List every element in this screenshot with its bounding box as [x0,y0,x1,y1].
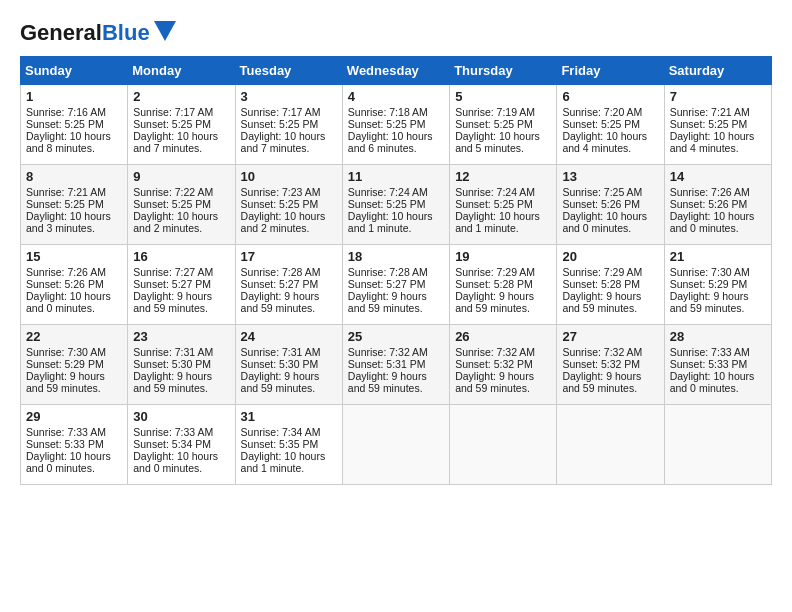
day-number: 7 [670,89,766,104]
calendar-cell [450,405,557,485]
sunrise: Sunrise: 7:26 AM [670,186,750,198]
day-number: 25 [348,329,444,344]
daylight: Daylight: 9 hours and 59 minutes. [133,290,212,314]
day-number: 15 [26,249,122,264]
sunrise: Sunrise: 7:24 AM [455,186,535,198]
sunset: Sunset: 5:25 PM [241,198,319,210]
daylight: Daylight: 9 hours and 59 minutes. [348,290,427,314]
daylight: Daylight: 10 hours and 2 minutes. [133,210,218,234]
calendar-cell: 10 Sunrise: 7:23 AM Sunset: 5:25 PM Dayl… [235,165,342,245]
day-number: 10 [241,169,337,184]
calendar-cell: 11 Sunrise: 7:24 AM Sunset: 5:25 PM Dayl… [342,165,449,245]
daylight: Daylight: 10 hours and 4 minutes. [670,130,755,154]
daylight: Daylight: 10 hours and 8 minutes. [26,130,111,154]
logo-arrow-icon [154,21,176,41]
sunset: Sunset: 5:25 PM [241,118,319,130]
daylight: Daylight: 9 hours and 59 minutes. [348,370,427,394]
sunrise: Sunrise: 7:29 AM [455,266,535,278]
weekday-header: Saturday [664,57,771,85]
sunrise: Sunrise: 7:21 AM [670,106,750,118]
calendar-cell: 21 Sunrise: 7:30 AM Sunset: 5:29 PM Dayl… [664,245,771,325]
calendar-cell: 24 Sunrise: 7:31 AM Sunset: 5:30 PM Dayl… [235,325,342,405]
day-number: 21 [670,249,766,264]
calendar-cell: 31 Sunrise: 7:34 AM Sunset: 5:35 PM Dayl… [235,405,342,485]
sunset: Sunset: 5:34 PM [133,438,211,450]
sunset: Sunset: 5:26 PM [670,198,748,210]
sunrise: Sunrise: 7:17 AM [241,106,321,118]
daylight: Daylight: 10 hours and 0 minutes. [670,370,755,394]
weekday-header: Tuesday [235,57,342,85]
calendar-cell: 16 Sunrise: 7:27 AM Sunset: 5:27 PM Dayl… [128,245,235,325]
sunrise: Sunrise: 7:18 AM [348,106,428,118]
daylight: Daylight: 10 hours and 1 minute. [348,210,433,234]
weekday-header: Friday [557,57,664,85]
weekday-header: Sunday [21,57,128,85]
sunset: Sunset: 5:31 PM [348,358,426,370]
sunset: Sunset: 5:35 PM [241,438,319,450]
daylight: Daylight: 9 hours and 59 minutes. [26,370,105,394]
calendar-cell: 8 Sunrise: 7:21 AM Sunset: 5:25 PM Dayli… [21,165,128,245]
daylight: Daylight: 10 hours and 0 minutes. [133,450,218,474]
daylight: Daylight: 10 hours and 0 minutes. [562,210,647,234]
svg-marker-0 [154,21,176,41]
calendar-cell [557,405,664,485]
sunrise: Sunrise: 7:32 AM [348,346,428,358]
sunset: Sunset: 5:33 PM [670,358,748,370]
sunrise: Sunrise: 7:17 AM [133,106,213,118]
sunrise: Sunrise: 7:16 AM [26,106,106,118]
sunrise: Sunrise: 7:25 AM [562,186,642,198]
calendar-cell: 20 Sunrise: 7:29 AM Sunset: 5:28 PM Dayl… [557,245,664,325]
sunrise: Sunrise: 7:33 AM [26,426,106,438]
sunset: Sunset: 5:25 PM [26,198,104,210]
sunset: Sunset: 5:26 PM [562,198,640,210]
calendar-cell: 19 Sunrise: 7:29 AM Sunset: 5:28 PM Dayl… [450,245,557,325]
sunrise: Sunrise: 7:31 AM [241,346,321,358]
sunset: Sunset: 5:25 PM [670,118,748,130]
sunrise: Sunrise: 7:30 AM [26,346,106,358]
sunrise: Sunrise: 7:20 AM [562,106,642,118]
calendar-cell: 29 Sunrise: 7:33 AM Sunset: 5:33 PM Dayl… [21,405,128,485]
calendar-cell: 1 Sunrise: 7:16 AM Sunset: 5:25 PM Dayli… [21,85,128,165]
sunset: Sunset: 5:27 PM [241,278,319,290]
calendar-cell: 4 Sunrise: 7:18 AM Sunset: 5:25 PM Dayli… [342,85,449,165]
daylight: Daylight: 10 hours and 3 minutes. [26,210,111,234]
daylight: Daylight: 9 hours and 59 minutes. [455,290,534,314]
sunrise: Sunrise: 7:32 AM [562,346,642,358]
sunset: Sunset: 5:25 PM [26,118,104,130]
day-number: 2 [133,89,229,104]
sunset: Sunset: 5:32 PM [562,358,640,370]
page-header: GeneralBlue [20,20,772,46]
sunset: Sunset: 5:25 PM [562,118,640,130]
daylight: Daylight: 10 hours and 0 minutes. [26,450,111,474]
day-number: 5 [455,89,551,104]
calendar-cell: 12 Sunrise: 7:24 AM Sunset: 5:25 PM Dayl… [450,165,557,245]
daylight: Daylight: 10 hours and 2 minutes. [241,210,326,234]
daylight: Daylight: 9 hours and 59 minutes. [562,290,641,314]
daylight: Daylight: 10 hours and 6 minutes. [348,130,433,154]
calendar-table: SundayMondayTuesdayWednesdayThursdayFrid… [20,56,772,485]
sunrise: Sunrise: 7:32 AM [455,346,535,358]
calendar-cell [664,405,771,485]
weekday-header: Thursday [450,57,557,85]
daylight: Daylight: 10 hours and 7 minutes. [241,130,326,154]
weekday-header: Monday [128,57,235,85]
calendar-cell: 9 Sunrise: 7:22 AM Sunset: 5:25 PM Dayli… [128,165,235,245]
sunset: Sunset: 5:30 PM [241,358,319,370]
day-number: 24 [241,329,337,344]
calendar-cell: 13 Sunrise: 7:25 AM Sunset: 5:26 PM Dayl… [557,165,664,245]
sunrise: Sunrise: 7:27 AM [133,266,213,278]
day-number: 30 [133,409,229,424]
daylight: Daylight: 9 hours and 59 minutes. [670,290,749,314]
weekday-header: Wednesday [342,57,449,85]
sunset: Sunset: 5:25 PM [455,118,533,130]
calendar-cell: 28 Sunrise: 7:33 AM Sunset: 5:33 PM Dayl… [664,325,771,405]
day-number: 12 [455,169,551,184]
sunset: Sunset: 5:27 PM [348,278,426,290]
day-number: 23 [133,329,229,344]
logo-text: GeneralBlue [20,20,150,46]
sunset: Sunset: 5:29 PM [26,358,104,370]
calendar-cell: 3 Sunrise: 7:17 AM Sunset: 5:25 PM Dayli… [235,85,342,165]
calendar-cell: 25 Sunrise: 7:32 AM Sunset: 5:31 PM Dayl… [342,325,449,405]
sunrise: Sunrise: 7:28 AM [241,266,321,278]
sunset: Sunset: 5:30 PM [133,358,211,370]
